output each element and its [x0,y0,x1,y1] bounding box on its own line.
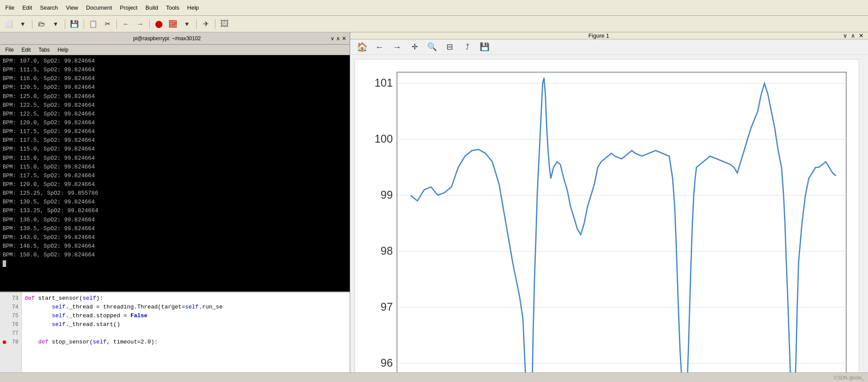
terminal-line: BPM: 133.25, SpO2: 99.824664 [3,207,347,215]
config-button[interactable]: ⊟ [442,39,457,54]
menu-tools[interactable]: Tools [162,3,183,13]
terminal-line: BPM: 107.0, SpO2: 99.824664 [3,57,347,66]
menu-file[interactable]: File [2,3,18,13]
figure-window-controls: ∨ ∧ ✕ [843,32,864,39]
terminal-title: pi@raspberrypi: ~/max30102 [4,35,330,42]
svg-text:99: 99 [381,189,393,201]
toolbar-separator-1 [32,19,32,29]
menu-build[interactable]: Build [142,3,162,13]
run-button[interactable]: ⬤ [153,18,165,30]
terminal-minimize-btn[interactable]: ∨ [330,35,334,42]
breakpoint-dot [3,314,6,318]
menu-search[interactable]: Search [36,3,61,13]
terminal-titlebar: pi@raspberrypi: ~/max30102 ∨ ∧ ✕ [0,32,350,45]
terminal-line: BPM: 117.5, SpO2: 99.824664 [3,127,347,136]
arrow-down-button[interactable]: ▾ [17,18,29,30]
gutter-line: 76 [0,320,21,329]
open-button[interactable]: 🗁 [35,18,48,30]
terminal-body[interactable]: BPM: 107.0, SpO2: 99.824664BPM: 111.5, S… [0,55,350,291]
terminal-line: BPM: 120.5, SpO2: 99.824664 [3,83,347,92]
terminal-line: BPM: 150.0, SpO2: 99.824664 [3,251,347,259]
ide-menubar: File Edit Search View Document Project B… [0,0,868,16]
build-arrow-button[interactable]: ▾ [181,18,193,30]
terminal-line: BPM: 125.0, SpO2: 99.824664 [3,92,347,101]
figure-panel: Figure 1 ∨ ∧ ✕ 🏠 ← → ✛ 🔍 ⊟ ⤴ 💾 959697989… [350,32,868,372]
toolbar-separator-6 [196,19,197,29]
term-menu-tabs[interactable]: Tabs [35,46,53,54]
send-button[interactable]: ✈ [200,18,212,30]
terminal-controls: ∨ ∧ ✕ [330,35,346,42]
save-button[interactable]: 💾 [68,18,81,30]
term-menu-help[interactable]: Help [54,46,72,54]
code-line: self._thread = threading.Thread(target=s… [25,303,347,312]
code-line: def start_sensor(self): [25,294,347,303]
menu-project[interactable]: Project [116,3,141,13]
forward-button[interactable]: → [134,18,146,30]
home-button[interactable]: 🏠 [355,39,369,54]
figure-close-btn[interactable]: ✕ [859,32,864,39]
figure-minimize-btn[interactable]: ∨ [843,32,847,39]
term-menu-edit[interactable]: Edit [18,46,34,54]
gutter-line: 75 [0,312,21,320]
chart-svg: 95969798991001010100200300400500600 [355,60,859,372]
terminal-line: BPM: 115.0, SpO2: 99.824664 [3,154,347,163]
terminal-line: BPM: 115.0, SpO2: 99.824664 [3,163,347,172]
trend-button[interactable]: ⤴ [460,39,474,54]
save-figure-button[interactable]: 💾 [477,39,492,54]
figure-title: Figure 1 [355,32,843,39]
back-button[interactable]: ← [120,18,132,30]
code-editor: 737475767778 def start_sensor(self): sel… [0,291,350,372]
toolbar-separator-2 [65,19,65,29]
new-file-button[interactable]: ⬜ [3,18,15,30]
back-nav-button[interactable]: ← [372,39,387,54]
line-number: 74 [8,304,18,310]
menu-edit[interactable]: Edit [19,3,35,13]
breakpoint-dot [3,305,6,309]
terminal-window: pi@raspberrypi: ~/max30102 ∨ ∧ ✕ File Ed… [0,32,350,291]
terminal-line: BPM: 120.0, SpO2: 99.824664 [3,119,347,127]
svg-text:98: 98 [381,245,393,257]
menu-help[interactable]: Help [184,3,203,13]
chart-area: 95969798991001010100200300400500600 [350,55,868,372]
svg-text:100: 100 [375,133,393,145]
pan-button[interactable]: ✛ [407,39,422,54]
terminal-close-btn[interactable]: ✕ [342,35,346,42]
open-arrow-button[interactable]: ▾ [49,18,62,30]
code-line: self._thread.stopped = False [25,312,347,320]
image-button[interactable]: 🖼 [218,18,231,30]
breakpoint-dot [3,332,6,335]
line-number: 78 [8,339,18,345]
terminal-line: BPM: 122.5, SpO2: 99.824664 [3,101,347,110]
terminal-line: BPM: 116.0, SpO2: 99.824664 [3,74,347,83]
terminal-line: BPM: 130.5, SpO2: 99.824664 [3,198,347,207]
main-area: pi@raspberrypi: ~/max30102 ∨ ∧ ✕ File Ed… [0,32,868,372]
terminal-maximize-btn[interactable]: ∧ [336,35,340,42]
line-number: 76 [8,322,18,328]
code-line: def stop_sensor(self, timeout=2.0): [25,338,347,347]
breakpoint-dot [3,340,6,344]
watermark-text: CSDN @o0o_ [834,375,864,380]
terminal-cursor-line [3,259,347,268]
zoom-button[interactable]: 🔍 [425,39,439,54]
svg-text:96: 96 [381,357,393,369]
forward-nav-button[interactable]: → [390,39,404,54]
svg-text:101: 101 [375,77,393,89]
terminal-menubar: File Edit Tabs Help [0,45,350,55]
line-number: 75 [8,313,18,319]
line-number: 73 [8,295,18,301]
code-content[interactable]: def start_sensor(self): self._thread = t… [22,292,350,372]
terminal-line: BPM: 125.25, SpO2: 99.855786 [3,189,347,198]
left-panel: pi@raspberrypi: ~/max30102 ∨ ∧ ✕ File Ed… [0,32,350,372]
line-number: 77 [8,330,18,336]
copy-button[interactable]: 📋 [87,18,99,30]
build-button[interactable]: 🧱 [167,18,179,30]
cut-button[interactable]: ✂ [101,18,113,30]
code-line: self._thread.start() [25,320,347,329]
figure-maximize-btn[interactable]: ∧ [851,32,855,39]
terminal-line: BPM: 117.5, SpO2: 99.824664 [3,136,347,145]
menu-document[interactable]: Document [83,3,116,13]
terminal-line: BPM: 136.0, SpO2: 99.824664 [3,216,347,224]
menu-view[interactable]: View [63,3,82,13]
term-menu-file[interactable]: File [2,46,17,54]
terminal-line: BPM: 111.5, SpO2: 99.824664 [3,66,347,74]
